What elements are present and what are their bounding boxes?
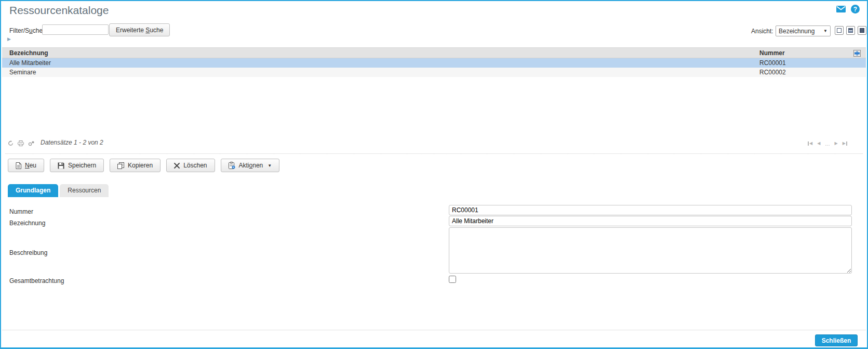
pagination: ◀ ◀ ... ▶ ▶ <box>808 141 847 146</box>
print-icon[interactable] <box>18 140 24 146</box>
settings-gears-icon[interactable] <box>28 140 35 146</box>
x-icon <box>174 163 180 169</box>
clipboard-gear-icon <box>229 162 235 169</box>
ressourcenkataloge-window: Ressourcenkataloge ? Filter/Suche: Erwei… <box>0 0 868 349</box>
help-icon[interactable]: ? <box>851 5 860 14</box>
column-header-nummer[interactable]: Nummer <box>759 48 785 58</box>
help-glyph: ? <box>853 6 857 13</box>
bezeichnung-field[interactable] <box>449 216 852 226</box>
chevron-down-icon: ▼ <box>268 163 272 168</box>
detail-tabs: Grundlagen Ressourcen <box>8 184 109 197</box>
view-label: Ansicht: <box>751 28 773 35</box>
save-button-label: Speichern <box>68 162 96 169</box>
bezeichnung-label: Bezeichnung <box>9 219 45 227</box>
actions-button[interactable]: Aktionen ▼ <box>221 159 280 172</box>
expander-toggle[interactable]: ▶ <box>7 36 11 42</box>
advanced-search-button[interactable]: Erweiterte Suche <box>109 23 170 36</box>
save-icon <box>58 162 64 169</box>
table-row[interactable]: Seminare RC00002 <box>2 68 866 77</box>
pagination-first-button[interactable]: ◀ <box>808 141 812 146</box>
single-view-icon <box>837 28 842 33</box>
delete-button[interactable]: Löschen <box>166 159 215 172</box>
actions-button-label: Aktionen <box>239 162 263 169</box>
footer-divider <box>2 330 866 330</box>
pagination-ellipsis: ... <box>825 141 830 146</box>
split-view-icon <box>848 28 853 33</box>
copy-button-label: Kopieren <box>128 162 153 169</box>
records-status: Datensätze 1 - 2 von 2 <box>41 139 103 146</box>
view-mode-value: Bezeichnung <box>779 28 814 35</box>
filter-search-label: Filter/Suche: <box>9 27 44 34</box>
cell-nummer: RC00002 <box>759 68 786 77</box>
view-split-button[interactable] <box>846 26 855 35</box>
view-full-button[interactable] <box>858 26 866 35</box>
delete-button-label: Löschen <box>183 162 207 169</box>
record-toolbar: Neu Speichern Kopieren Löschen Aktionen <box>8 159 279 172</box>
cell-bezeichnung: Seminare <box>9 68 36 77</box>
pagination-prev-button[interactable]: ◀ <box>817 141 820 146</box>
table-row[interactable]: Alle Mitarbeiter RC00001 <box>2 58 866 68</box>
list-action-icons <box>8 140 35 146</box>
new-button[interactable]: Neu <box>8 159 44 172</box>
full-view-icon <box>860 28 864 33</box>
document-icon <box>16 162 21 169</box>
chevron-down-icon: ▼ <box>823 29 827 33</box>
nummer-label: Nummer <box>9 208 33 215</box>
save-button[interactable]: Speichern <box>50 159 104 172</box>
tab-ressourcen[interactable]: Ressourcen <box>60 184 109 197</box>
view-mode-select[interactable]: Bezeichnung ▼ <box>776 25 831 36</box>
beschreibung-field[interactable] <box>449 227 852 274</box>
nummer-field[interactable] <box>449 205 852 215</box>
mail-icon[interactable] <box>836 6 846 12</box>
filter-search-input[interactable] <box>42 24 109 35</box>
new-button-label: Neu <box>25 162 36 169</box>
dotted-divider <box>5 153 863 154</box>
copy-button[interactable]: Kopieren <box>110 159 161 172</box>
pagination-last-button[interactable]: ▶ <box>843 141 847 146</box>
cell-nummer: RC00001 <box>759 58 786 68</box>
gesamtbetrachtung-checkbox[interactable] <box>449 276 456 283</box>
refresh-icon[interactable] <box>8 140 14 146</box>
cell-bezeichnung: Alle Mitarbeiter <box>9 58 51 68</box>
pagination-next-button[interactable]: ▶ <box>834 141 837 146</box>
copy-icon <box>117 162 124 169</box>
beschreibung-label: Beschreibung <box>9 249 47 256</box>
page-title: Ressourcenkataloge <box>9 4 109 17</box>
column-header-bezeichnung[interactable]: Bezeichnung <box>9 48 48 58</box>
titlebar-icons: ? <box>836 5 860 14</box>
tab-grundlagen[interactable]: Grundlagen <box>8 184 58 197</box>
close-button[interactable]: Schließen <box>815 334 858 346</box>
view-single-button[interactable] <box>835 26 844 35</box>
gesamtbetrachtung-label: Gesamtbetrachtung <box>9 277 64 285</box>
table-header-row: Bezeichnung Nummer <box>2 47 866 58</box>
